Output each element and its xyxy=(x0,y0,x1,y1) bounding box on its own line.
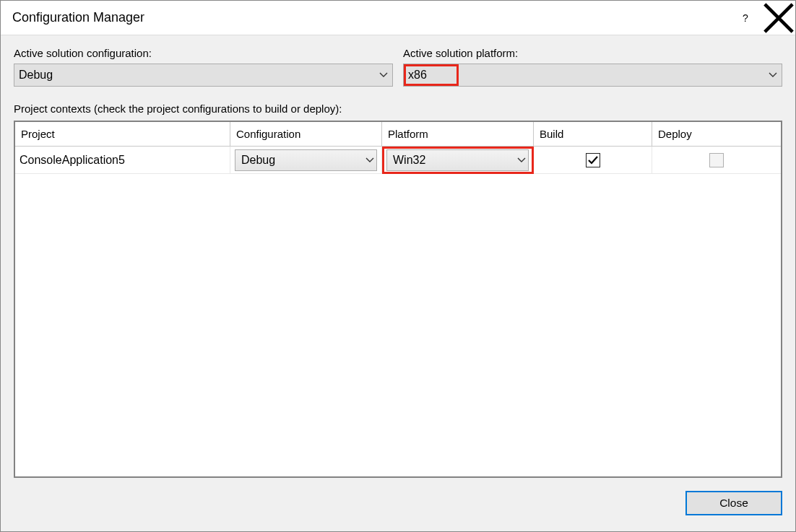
build-checkbox[interactable] xyxy=(586,153,600,167)
close-button[interactable]: Close xyxy=(685,491,782,515)
grid-header: Project Configuration Platform Build Dep… xyxy=(15,122,781,147)
close-window-button[interactable] xyxy=(762,1,795,35)
row-config-value: Debug xyxy=(241,154,362,167)
row-deploy-cell xyxy=(652,147,781,174)
active-platform-value: x86 xyxy=(408,69,764,82)
active-platform-label: Active solution platform: xyxy=(403,47,782,59)
solution-row: Active solution configuration: Debug Act… xyxy=(14,47,782,87)
active-platform-dropdown[interactable]: x86 xyxy=(403,64,782,87)
project-name-cell: ConsoleApplication5 xyxy=(15,147,230,174)
checkmark-icon xyxy=(587,154,599,166)
col-header-project[interactable]: Project xyxy=(15,122,230,147)
col-header-configuration[interactable]: Configuration xyxy=(230,122,382,147)
dialog-content: Active solution configuration: Debug Act… xyxy=(1,35,795,531)
chevron-down-icon xyxy=(362,150,376,170)
active-config-value: Debug xyxy=(19,69,375,82)
active-config-label: Active solution configuration: xyxy=(14,47,393,59)
row-config-cell: Debug xyxy=(230,147,382,174)
row-platform-dropdown[interactable]: Win32 xyxy=(386,149,529,171)
col-header-deploy[interactable]: Deploy xyxy=(652,122,781,147)
project-contexts-grid: Project Configuration Platform Build Dep… xyxy=(14,121,782,478)
row-build-cell xyxy=(534,147,652,174)
chevron-down-icon xyxy=(764,64,782,86)
close-icon xyxy=(762,1,795,35)
project-contexts-label: Project contexts (check the project conf… xyxy=(14,103,782,115)
active-config-dropdown[interactable]: Debug xyxy=(14,64,393,87)
window-title: Configuration Manager xyxy=(12,10,729,25)
help-button[interactable]: ? xyxy=(729,1,762,35)
dialog-footer: Close xyxy=(14,488,782,520)
chevron-down-icon xyxy=(375,64,392,86)
row-platform-value: Win32 xyxy=(393,154,514,167)
deploy-checkbox xyxy=(709,153,724,167)
row-config-dropdown[interactable]: Debug xyxy=(235,149,377,171)
col-header-build[interactable]: Build xyxy=(534,122,652,147)
chevron-down-icon xyxy=(514,150,528,170)
table-row: ConsoleApplication5 Debug Win32 xyxy=(15,147,781,174)
col-header-platform[interactable]: Platform xyxy=(382,122,534,147)
titlebar: Configuration Manager ? xyxy=(1,1,795,35)
row-platform-cell: Win32 xyxy=(382,147,534,174)
